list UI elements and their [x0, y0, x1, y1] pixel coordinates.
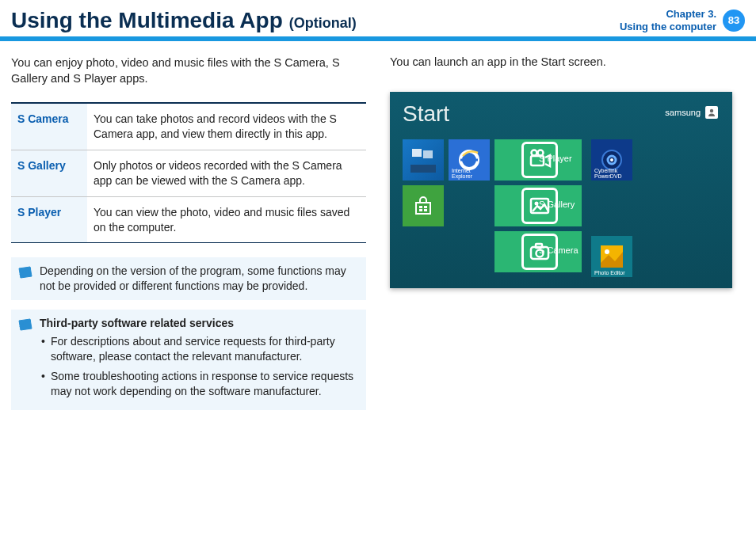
app-name: S Player — [11, 196, 87, 243]
table-row: S Player You can view the photo, video a… — [11, 196, 366, 243]
app-desc: Only photos or videos recorded with the … — [87, 150, 366, 196]
svg-rect-5 — [424, 206, 427, 208]
tile-label: Internet Explorer — [452, 168, 490, 179]
user-account: samsung — [665, 106, 718, 119]
start-screen-figure: Start samsung — [390, 92, 732, 288]
app-desc: You can take photos and record videos wi… — [87, 103, 366, 150]
right-intro-text: You can launch an app in the Start scree… — [390, 55, 745, 68]
tile-label: S Gallery — [539, 200, 575, 209]
tile-store[interactable] — [403, 185, 444, 226]
tile-s-player[interactable]: S Player — [494, 139, 582, 181]
app-name: S Camera — [11, 103, 87, 150]
apps-table: S Camera You can take photos and record … — [11, 102, 366, 243]
page-number-badge: 83 — [723, 10, 745, 32]
info-note: Depending on the version of the program,… — [11, 257, 366, 300]
svg-rect-7 — [424, 209, 427, 211]
table-row: S Gallery Only photos or videos recorded… — [11, 150, 366, 196]
svg-point-10 — [532, 150, 537, 156]
user-name: samsung — [665, 108, 701, 117]
svg-point-21 — [605, 249, 609, 254]
tile-photo-editor[interactable]: Photo Editor — [591, 236, 632, 277]
svg-rect-6 — [419, 209, 422, 211]
chapter-number: Chapter 3. — [620, 8, 716, 21]
chapter-info: Chapter 3. Using the computer 83 — [620, 8, 745, 32]
note-icon — [17, 317, 33, 403]
tile-desktop[interactable] — [403, 139, 444, 181]
tile-label: S Camera — [539, 245, 578, 255]
svg-rect-4 — [419, 206, 422, 208]
app-name: S Gallery — [11, 150, 87, 196]
tile-label: Cyberlink PowerDVD — [594, 168, 632, 179]
tile-cyberlink[interactable]: Cyberlink PowerDVD — [591, 139, 632, 181]
list-item: For descriptions about and service reque… — [40, 334, 360, 364]
tile-s-gallery[interactable]: S Gallery — [494, 185, 582, 226]
table-row: S Camera You can take photos and record … — [11, 103, 366, 150]
tile-internet-explorer[interactable]: Internet Explorer — [449, 139, 490, 181]
header-divider — [0, 36, 756, 41]
page-subtitle: (Optional) — [289, 15, 357, 32]
tile-label: Photo Editor — [594, 270, 625, 276]
svg-rect-2 — [412, 149, 422, 157]
user-icon — [705, 106, 718, 119]
app-desc: You can view the photo, video and music … — [87, 196, 366, 243]
tile-s-camera[interactable]: S Camera — [494, 231, 582, 272]
svg-point-19 — [610, 158, 613, 162]
info-note-third-party: Third-party software related services Fo… — [11, 310, 366, 409]
svg-point-0 — [710, 109, 713, 112]
chapter-name: Using the computer — [620, 21, 716, 33]
svg-rect-1 — [410, 165, 436, 173]
note-heading: Third-party software related services — [40, 317, 234, 329]
page-title: Using the Multimedia App — [11, 8, 283, 33]
tile-label: S Player — [539, 154, 572, 163]
note-text: Depending on the version of the program,… — [40, 264, 360, 294]
list-item: Some troubleshooting actions in response… — [40, 369, 360, 399]
intro-text: You can enjoy photo, video and music fil… — [11, 55, 366, 86]
svg-point-13 — [535, 202, 539, 206]
note-icon — [17, 265, 33, 294]
svg-rect-3 — [423, 150, 433, 158]
